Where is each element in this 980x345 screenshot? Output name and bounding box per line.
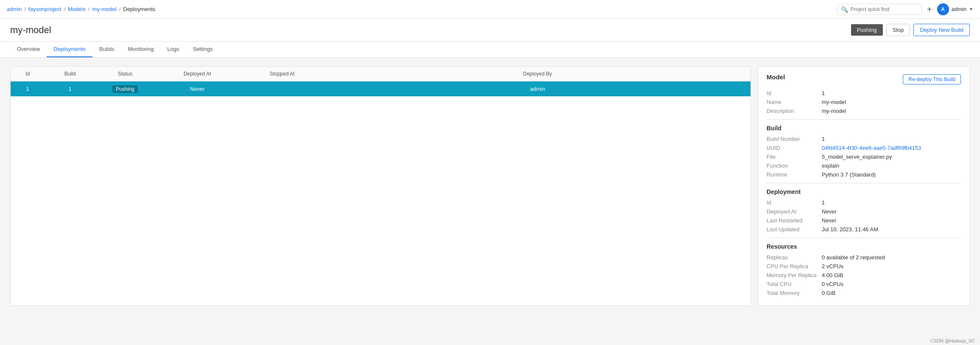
detail-row-deploy-id: Id 1: [767, 199, 961, 206]
value-uuid[interactable]: 04fd4514-4f30-4ee8-aae5-7adf69fb4153: [822, 145, 921, 151]
col-status: Status: [95, 67, 155, 81]
nav-right: 🔍 + A admin ▼: [837, 3, 973, 15]
detail-row-last-updated: Last Updated Jul 10, 2023, 11:46 AM: [767, 226, 961, 233]
label-model-desc: Description: [767, 108, 822, 114]
cell-deployed-by: admin: [325, 81, 750, 97]
label-file: File: [767, 154, 822, 160]
deployments-table-section: Id Build Status Deployed At Stopped At D…: [10, 66, 751, 306]
breadcrumb-sep-2: /: [64, 6, 65, 12]
label-deploy-id: Id: [767, 199, 822, 206]
col-deployed-at: Deployed At: [155, 67, 240, 81]
divider-1: [767, 119, 961, 120]
breadcrumb-models[interactable]: Models: [68, 6, 86, 12]
breadcrumb-faysonproject[interactable]: faysonproject: [28, 6, 61, 12]
value-runtime: Python 3.7 (Standard): [822, 171, 876, 178]
label-model-id: Id: [767, 90, 822, 96]
col-build: Build: [45, 67, 95, 81]
cell-deployed-at: Never: [155, 81, 240, 97]
label-replicas: Replicas: [767, 254, 822, 261]
value-total-memory: 0 GiB: [822, 290, 836, 296]
breadcrumb-sep-3: /: [88, 6, 90, 12]
detail-row-model-id: Id 1: [767, 90, 961, 96]
detail-row-file: File 5_model_serve_explainer.py: [767, 154, 961, 160]
chevron-down-icon: ▼: [969, 7, 973, 11]
col-stopped-at: Stopped At: [240, 67, 325, 81]
value-replicas: 0 available of 2 requested: [822, 254, 885, 261]
search-box[interactable]: 🔍: [837, 4, 922, 15]
build-section-title: Build: [767, 125, 961, 132]
tab-monitoring[interactable]: Monitoring: [121, 42, 160, 57]
user-badge[interactable]: A admin ▼: [937, 3, 973, 15]
search-input[interactable]: [851, 6, 918, 12]
label-function: Function: [767, 163, 822, 169]
breadcrumb: admin / faysonproject / Models / my-mode…: [7, 6, 155, 12]
detail-row-total-memory: Total Memory 0 GiB: [767, 290, 961, 296]
tab-logs[interactable]: Logs: [160, 42, 186, 57]
value-deploy-id: 1: [822, 199, 825, 206]
detail-row-uuid: UUID 04fd4514-4f30-4ee8-aae5-7adf69fb415…: [767, 145, 961, 151]
detail-panel: Model Re-deploy This Build Id 1 Name my-…: [758, 66, 970, 306]
value-model-name: my-model: [822, 99, 846, 105]
label-uuid: UUID: [767, 145, 822, 151]
detail-row-memory-per-replica: Memory Per Replica 4.00 GiB: [767, 272, 961, 278]
table-row[interactable]: 1 1 Pushing Never admin: [11, 81, 750, 97]
page-title: my-model: [10, 25, 51, 36]
tab-builds[interactable]: Builds: [92, 42, 121, 57]
label-build-number: Build Number: [767, 136, 822, 142]
tabs-bar: Overview Deployments Builds Monitoring L…: [0, 42, 980, 58]
pushing-status-button: Pushing: [851, 24, 883, 36]
detail-row-last-restarted: Last Restarted Never: [767, 217, 961, 224]
deployment-fields: Id 1 Deployed At Never Last Restarted Ne…: [767, 199, 961, 233]
label-last-updated: Last Updated: [767, 226, 822, 233]
page-header: my-model Pushing Stop Deploy New Build: [0, 19, 980, 42]
resources-fields: Replicas 0 available of 2 requested CPU …: [767, 254, 961, 296]
tab-settings[interactable]: Settings: [186, 42, 219, 57]
tab-deployments[interactable]: Deployments: [47, 42, 92, 57]
stop-button[interactable]: Stop: [886, 24, 910, 36]
breadcrumb-my-model[interactable]: my-model: [92, 6, 117, 12]
model-fields: Id 1 Name my-model Description my-model: [767, 90, 961, 114]
redeploy-button[interactable]: Re-deploy This Build: [903, 74, 961, 84]
deployments-table: Id Build Status Deployed At Stopped At D…: [11, 67, 750, 96]
detail-row-total-cpu: Total CPU 0 vCPUs: [767, 281, 961, 287]
value-last-restarted: Never: [822, 217, 837, 224]
breadcrumb-current: Deployments: [123, 6, 155, 12]
add-button[interactable]: +: [927, 5, 932, 14]
col-deployed-by: Deployed By: [325, 67, 750, 81]
user-name: admin: [952, 6, 966, 12]
main-content: Id Build Status Deployed At Stopped At D…: [0, 58, 980, 314]
top-nav: admin / faysonproject / Models / my-mode…: [0, 0, 980, 19]
header-actions: Pushing Stop Deploy New Build: [851, 24, 970, 36]
value-build-number: 1: [822, 136, 825, 142]
value-memory-per-replica: 4.00 GiB: [822, 272, 843, 278]
detail-row-model-desc: Description my-model: [767, 108, 961, 114]
label-model-name: Name: [767, 99, 822, 105]
breadcrumb-sep-1: /: [24, 6, 26, 12]
value-function: explain: [822, 163, 839, 169]
detail-row-function: Function explain: [767, 163, 961, 169]
value-last-updated: Jul 10, 2023, 11:46 AM: [822, 226, 878, 233]
value-file: 5_model_serve_explainer.py: [822, 154, 892, 160]
resources-section-title: Resources: [767, 243, 961, 250]
detail-row-model-name: Name my-model: [767, 99, 961, 105]
col-id: Id: [11, 67, 45, 81]
divider-3: [767, 238, 961, 238]
tab-overview[interactable]: Overview: [10, 42, 47, 57]
status-badge: Pushing: [112, 85, 137, 93]
label-total-cpu: Total CPU: [767, 281, 822, 287]
cell-build: 1: [45, 81, 95, 97]
avatar: A: [937, 3, 949, 15]
label-deployed-at: Deployed At: [767, 208, 822, 215]
detail-row-replicas: Replicas 0 available of 2 requested: [767, 254, 961, 261]
deploy-new-build-button[interactable]: Deploy New Build: [913, 24, 970, 36]
cell-stopped-at: [240, 81, 325, 97]
value-model-id: 1: [822, 90, 825, 96]
model-section-title: Model: [767, 73, 785, 81]
breadcrumb-sep-4: /: [119, 6, 121, 12]
deployment-section-title: Deployment: [767, 188, 961, 195]
detail-row-deployed-at: Deployed At Never: [767, 208, 961, 215]
breadcrumb-admin[interactable]: admin: [7, 6, 22, 12]
label-total-memory: Total Memory: [767, 290, 822, 296]
value-model-desc: my-model: [822, 108, 846, 114]
cell-status: Pushing: [95, 81, 155, 97]
